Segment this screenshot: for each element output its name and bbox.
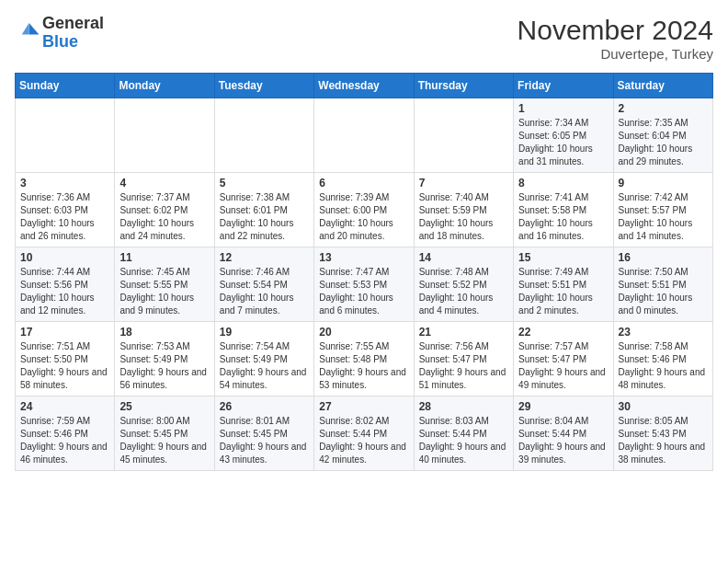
day-info: Sunrise: 7:47 AM Sunset: 5:53 PM Dayligh… xyxy=(319,266,408,317)
calendar-cell xyxy=(16,98,115,173)
day-info: Sunrise: 7:35 AM Sunset: 6:04 PM Dayligh… xyxy=(619,117,708,168)
calendar-week-row: 24Sunrise: 7:59 AM Sunset: 5:46 PM Dayli… xyxy=(16,396,713,471)
calendar-cell: 9Sunrise: 7:42 AM Sunset: 5:57 PM Daylig… xyxy=(613,173,712,247)
header-friday: Friday xyxy=(514,74,613,98)
calendar-cell: 18Sunrise: 7:53 AM Sunset: 5:49 PM Dayli… xyxy=(115,322,214,396)
day-number: 26 xyxy=(220,400,309,413)
logo-blue: Blue xyxy=(42,33,104,52)
calendar-cell: 28Sunrise: 8:03 AM Sunset: 5:44 PM Dayli… xyxy=(414,396,513,471)
page-header: General Blue November 2024 Duvertepe, Tu… xyxy=(15,15,713,62)
day-number: 17 xyxy=(20,326,109,339)
day-info: Sunrise: 7:37 AM Sunset: 6:02 PM Dayligh… xyxy=(119,191,209,243)
day-number: 7 xyxy=(419,177,508,190)
day-number: 18 xyxy=(119,326,209,339)
day-info: Sunrise: 7:59 AM Sunset: 5:46 PM Dayligh… xyxy=(20,415,109,466)
header-saturday: Saturday xyxy=(613,74,712,98)
day-number: 4 xyxy=(119,177,209,190)
calendar-cell xyxy=(214,98,313,173)
calendar-week-row: 3Sunrise: 7:36 AM Sunset: 6:03 PM Daylig… xyxy=(16,173,713,247)
header-thursday: Thursday xyxy=(414,74,513,98)
day-info: Sunrise: 7:46 AM Sunset: 5:54 PM Dayligh… xyxy=(220,266,309,317)
day-info: Sunrise: 8:01 AM Sunset: 5:45 PM Dayligh… xyxy=(220,415,309,466)
day-number: 2 xyxy=(619,102,708,115)
calendar-cell: 29Sunrise: 8:04 AM Sunset: 5:44 PM Dayli… xyxy=(514,396,613,471)
day-number: 25 xyxy=(119,400,209,413)
day-number: 14 xyxy=(419,251,508,264)
day-info: Sunrise: 7:34 AM Sunset: 6:05 PM Dayligh… xyxy=(518,117,608,168)
calendar-cell: 5Sunrise: 7:38 AM Sunset: 6:01 PM Daylig… xyxy=(214,173,313,247)
logo-general: General xyxy=(42,15,104,33)
title-location: Duvertepe, Turkey xyxy=(518,46,713,62)
day-info: Sunrise: 7:57 AM Sunset: 5:47 PM Dayligh… xyxy=(518,340,608,392)
calendar-cell: 19Sunrise: 7:54 AM Sunset: 5:49 PM Dayli… xyxy=(214,322,313,396)
calendar-cell: 10Sunrise: 7:44 AM Sunset: 5:56 PM Dayli… xyxy=(16,247,115,322)
svg-marker-0 xyxy=(29,23,40,34)
day-number: 22 xyxy=(518,326,608,339)
calendar-table: SundayMondayTuesdayWednesdayThursdayFrid… xyxy=(15,73,713,471)
svg-marker-1 xyxy=(22,23,29,34)
header-sunday: Sunday xyxy=(16,74,115,98)
calendar-cell: 20Sunrise: 7:55 AM Sunset: 5:48 PM Dayli… xyxy=(314,322,414,396)
calendar-cell: 30Sunrise: 8:05 AM Sunset: 5:43 PM Dayli… xyxy=(613,396,712,471)
calendar-header-row: SundayMondayTuesdayWednesdayThursdayFrid… xyxy=(16,74,713,98)
day-info: Sunrise: 7:50 AM Sunset: 5:51 PM Dayligh… xyxy=(619,266,708,317)
day-number: 5 xyxy=(220,177,309,190)
day-number: 24 xyxy=(20,400,109,413)
day-info: Sunrise: 7:48 AM Sunset: 5:52 PM Dayligh… xyxy=(419,266,508,317)
calendar-week-row: 1Sunrise: 7:34 AM Sunset: 6:05 PM Daylig… xyxy=(16,98,713,173)
calendar-cell: 1Sunrise: 7:34 AM Sunset: 6:05 PM Daylig… xyxy=(514,98,613,173)
day-number: 11 xyxy=(119,251,209,264)
calendar-cell xyxy=(115,98,214,173)
day-number: 27 xyxy=(319,400,408,413)
calendar-cell: 23Sunrise: 7:58 AM Sunset: 5:46 PM Dayli… xyxy=(613,322,712,396)
calendar-cell: 4Sunrise: 7:37 AM Sunset: 6:02 PM Daylig… xyxy=(115,173,214,247)
calendar-cell: 21Sunrise: 7:56 AM Sunset: 5:47 PM Dayli… xyxy=(414,322,513,396)
calendar-cell: 25Sunrise: 8:00 AM Sunset: 5:45 PM Dayli… xyxy=(115,396,214,471)
calendar-cell: 22Sunrise: 7:57 AM Sunset: 5:47 PM Dayli… xyxy=(514,322,613,396)
day-info: Sunrise: 7:44 AM Sunset: 5:56 PM Dayligh… xyxy=(20,266,109,317)
day-info: Sunrise: 8:00 AM Sunset: 5:45 PM Dayligh… xyxy=(119,415,209,466)
title-month: November 2024 xyxy=(518,15,713,46)
day-info: Sunrise: 7:39 AM Sunset: 6:00 PM Dayligh… xyxy=(319,191,408,243)
day-number: 29 xyxy=(518,400,608,413)
day-number: 15 xyxy=(518,251,608,264)
calendar-cell: 11Sunrise: 7:45 AM Sunset: 5:55 PM Dayli… xyxy=(115,247,214,322)
day-info: Sunrise: 7:42 AM Sunset: 5:57 PM Dayligh… xyxy=(619,191,708,243)
calendar-cell: 16Sunrise: 7:50 AM Sunset: 5:51 PM Dayli… xyxy=(613,247,712,322)
calendar-cell: 26Sunrise: 8:01 AM Sunset: 5:45 PM Dayli… xyxy=(214,396,313,471)
calendar-cell: 12Sunrise: 7:46 AM Sunset: 5:54 PM Dayli… xyxy=(214,247,313,322)
header-monday: Monday xyxy=(115,74,214,98)
day-number: 8 xyxy=(518,177,608,190)
day-number: 9 xyxy=(619,177,708,190)
day-info: Sunrise: 8:04 AM Sunset: 5:44 PM Dayligh… xyxy=(518,415,608,466)
day-info: Sunrise: 8:03 AM Sunset: 5:44 PM Dayligh… xyxy=(419,415,508,466)
day-info: Sunrise: 8:02 AM Sunset: 5:44 PM Dayligh… xyxy=(319,415,408,466)
calendar-cell: 15Sunrise: 7:49 AM Sunset: 5:51 PM Dayli… xyxy=(514,247,613,322)
day-info: Sunrise: 7:55 AM Sunset: 5:48 PM Dayligh… xyxy=(319,340,408,392)
logo: General Blue xyxy=(15,15,104,52)
day-info: Sunrise: 7:45 AM Sunset: 5:55 PM Dayligh… xyxy=(119,266,209,317)
calendar-cell xyxy=(314,98,414,173)
day-info: Sunrise: 7:58 AM Sunset: 5:46 PM Dayligh… xyxy=(619,340,708,392)
day-info: Sunrise: 7:36 AM Sunset: 6:03 PM Dayligh… xyxy=(20,191,109,243)
day-info: Sunrise: 7:53 AM Sunset: 5:49 PM Dayligh… xyxy=(119,340,209,392)
day-info: Sunrise: 8:05 AM Sunset: 5:43 PM Dayligh… xyxy=(619,415,708,466)
day-number: 12 xyxy=(220,251,309,264)
calendar-cell: 6Sunrise: 7:39 AM Sunset: 6:00 PM Daylig… xyxy=(314,173,414,247)
day-info: Sunrise: 7:41 AM Sunset: 5:58 PM Dayligh… xyxy=(518,191,608,243)
calendar-cell: 24Sunrise: 7:59 AM Sunset: 5:46 PM Dayli… xyxy=(16,396,115,471)
calendar-week-row: 17Sunrise: 7:51 AM Sunset: 5:50 PM Dayli… xyxy=(16,322,713,396)
calendar-cell: 2Sunrise: 7:35 AM Sunset: 6:04 PM Daylig… xyxy=(613,98,712,173)
logo-text: General Blue xyxy=(42,15,104,52)
calendar-cell: 27Sunrise: 8:02 AM Sunset: 5:44 PM Dayli… xyxy=(314,396,414,471)
header-tuesday: Tuesday xyxy=(214,74,313,98)
day-info: Sunrise: 7:54 AM Sunset: 5:49 PM Dayligh… xyxy=(220,340,309,392)
day-number: 21 xyxy=(419,326,508,339)
calendar-cell: 17Sunrise: 7:51 AM Sunset: 5:50 PM Dayli… xyxy=(16,322,115,396)
day-number: 30 xyxy=(619,400,708,413)
day-number: 20 xyxy=(319,326,408,339)
header-wednesday: Wednesday xyxy=(314,74,414,98)
calendar-cell: 7Sunrise: 7:40 AM Sunset: 5:59 PM Daylig… xyxy=(414,173,513,247)
calendar-cell: 13Sunrise: 7:47 AM Sunset: 5:53 PM Dayli… xyxy=(314,247,414,322)
day-number: 19 xyxy=(220,326,309,339)
